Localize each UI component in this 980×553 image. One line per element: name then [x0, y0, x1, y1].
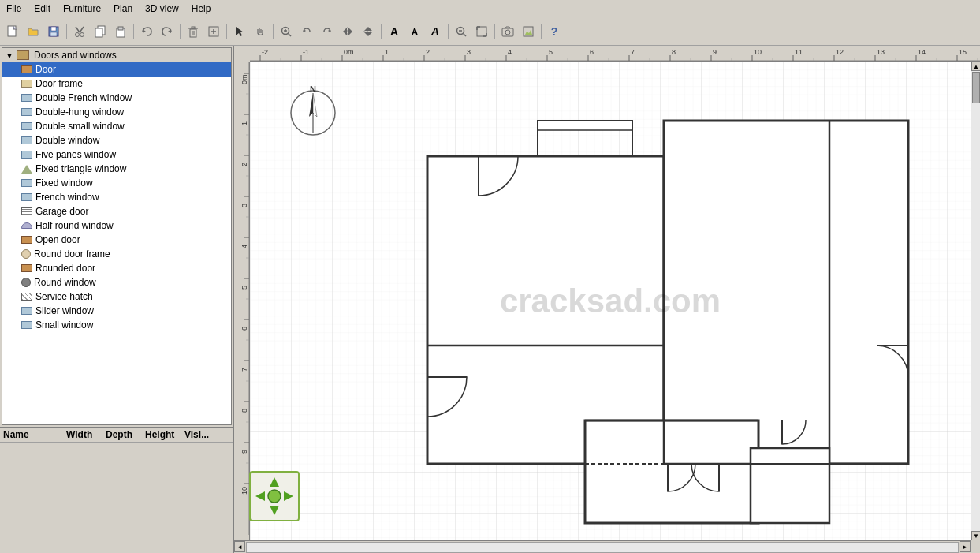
- tree-item-fixed-triangle[interactable]: Fixed triangle window: [2, 162, 231, 176]
- svg-text:1: 1: [385, 48, 389, 56]
- tree-item-garage-door[interactable]: Garage door: [2, 204, 231, 219]
- vscroll-down[interactable]: ▼: [971, 531, 980, 540]
- window7-icon: [21, 193, 32, 201]
- tree-item-double-hung[interactable]: Double-hung window: [2, 105, 231, 119]
- paste-button[interactable]: [111, 22, 130, 41]
- tree-item-round-door-frame[interactable]: Round door frame: [2, 247, 231, 261]
- nav-up-arrow: [270, 477, 279, 487]
- rotate-right-button[interactable]: [318, 22, 337, 41]
- svg-rect-158: [751, 448, 829, 523]
- menu-file[interactable]: File: [0, 2, 28, 16]
- tree-item-rounded-door[interactable]: Rounded door: [2, 261, 231, 275]
- render-button[interactable]: [519, 22, 538, 41]
- svg-text:12: 12: [836, 48, 844, 56]
- redo-button[interactable]: [158, 22, 177, 41]
- tree-item-label: Double-hung window: [35, 106, 124, 118]
- tree-item-label: Rounded door: [35, 263, 95, 274]
- svg-text:0m: 0m: [240, 74, 248, 84]
- text-button[interactable]: A: [385, 22, 404, 41]
- toolbar-sep6: [381, 24, 382, 39]
- tree-item-fixed-window[interactable]: Fixed window: [2, 176, 231, 190]
- zoom-in-button[interactable]: [277, 22, 296, 41]
- hand-tool[interactable]: [251, 22, 270, 41]
- camera-button[interactable]: [498, 22, 517, 41]
- nav-down-arrow: [270, 506, 279, 515]
- rounded-door-icon: [21, 264, 32, 272]
- navigation-widget: [249, 471, 300, 521]
- vscroll-track[interactable]: [971, 71, 980, 531]
- svg-text:10: 10: [754, 48, 762, 56]
- tree-item-open-door[interactable]: Open door: [2, 233, 231, 247]
- tree-item-half-round[interactable]: Half round window: [2, 219, 231, 233]
- toolbar-sep3: [180, 24, 181, 39]
- vertical-scrollbar[interactable]: ▲ ▼: [971, 62, 980, 540]
- tree-item-label: Door frame: [35, 78, 83, 89]
- menu-help[interactable]: Help: [185, 2, 218, 16]
- menu-plan[interactable]: Plan: [107, 2, 139, 16]
- rotate-left-button[interactable]: [297, 22, 316, 41]
- undo-button[interactable]: [137, 22, 156, 41]
- expand-icon: ▼: [6, 51, 15, 60]
- add-item-button[interactable]: [204, 22, 223, 41]
- svg-text:8: 8: [672, 48, 676, 56]
- scroll-left[interactable]: ◄: [234, 541, 245, 552]
- round-frame-icon: [21, 249, 31, 259]
- ruler-v-svg: 0m 1 2 3 4 5 6 7: [234, 62, 250, 535]
- col-depth: Depth: [106, 429, 145, 440]
- svg-text:6: 6: [240, 327, 248, 331]
- delete-button[interactable]: [184, 22, 203, 41]
- tree-item-door-frame[interactable]: Door frame: [2, 77, 231, 91]
- svg-rect-43: [524, 27, 533, 36]
- drawing-canvas[interactable]: N: [250, 62, 971, 540]
- tree-item-label: Double small window: [35, 121, 125, 132]
- save-button[interactable]: [44, 22, 63, 41]
- help-button[interactable]: ?: [545, 22, 564, 41]
- tree-item-double-small[interactable]: Double small window: [2, 119, 231, 133]
- tree-item-double-window[interactable]: Double window: [2, 133, 231, 148]
- new-button[interactable]: [3, 22, 22, 41]
- svg-rect-143: [585, 420, 758, 523]
- zoom-fit-button[interactable]: [472, 22, 491, 41]
- menu-3dview[interactable]: 3D view: [139, 2, 185, 16]
- slider-icon: [21, 307, 32, 315]
- text-style-button[interactable]: A: [426, 22, 445, 41]
- text-size-button[interactable]: A: [405, 22, 424, 41]
- svg-text:4: 4: [240, 245, 248, 248]
- window6-icon: [21, 179, 32, 187]
- vscroll-up[interactable]: ▲: [971, 62, 980, 71]
- tree-item-slider-window[interactable]: Slider window: [2, 304, 231, 318]
- toolbar-sep9: [541, 24, 542, 39]
- tree-item-label: Round door frame: [34, 248, 110, 260]
- vscroll-thumb[interactable]: [972, 72, 980, 103]
- col-height: Height: [145, 429, 184, 440]
- select-tool[interactable]: [230, 22, 249, 41]
- open-button[interactable]: [24, 22, 43, 41]
- tree-item-french-window[interactable]: French window: [2, 190, 231, 204]
- tree-item-service-hatch[interactable]: Service hatch: [2, 290, 231, 304]
- tree-item-five-panes[interactable]: Five panes window: [2, 148, 231, 162]
- zoom-out-button[interactable]: [452, 22, 471, 41]
- scroll-right[interactable]: ►: [960, 541, 971, 552]
- tree-item-door[interactable]: Door: [2, 62, 231, 77]
- left-panel: ▼ Doors and windows Door Door frame Doub…: [0, 46, 234, 553]
- ruler-vertical: 0m 1 2 3 4 5 6 7: [234, 62, 250, 540]
- tree-item-small-window[interactable]: Small window: [2, 318, 231, 332]
- toolbar-sep2: [133, 24, 134, 39]
- flip-v-button[interactable]: [359, 22, 378, 41]
- copy-button[interactable]: [91, 22, 110, 41]
- svg-rect-141: [427, 156, 664, 464]
- toolbar-sep4: [226, 24, 227, 39]
- menu-furniture[interactable]: Furniture: [57, 2, 107, 16]
- flip-h-button[interactable]: [338, 22, 357, 41]
- svg-text:3: 3: [467, 48, 471, 56]
- tree-root[interactable]: ▼ Doors and windows: [2, 48, 231, 62]
- tree-item-label: Round window: [34, 277, 96, 288]
- hatch-icon: [21, 293, 32, 301]
- tree-item-double-french[interactable]: Double French window: [2, 91, 231, 105]
- tree-item-round-window[interactable]: Round window: [2, 275, 231, 290]
- hscroll-track[interactable]: [246, 542, 959, 553]
- menu-edit[interactable]: Edit: [28, 2, 57, 16]
- nav-widget-svg[interactable]: [252, 474, 296, 518]
- cut-button[interactable]: [70, 22, 89, 41]
- nav-left-arrow: [255, 491, 265, 501]
